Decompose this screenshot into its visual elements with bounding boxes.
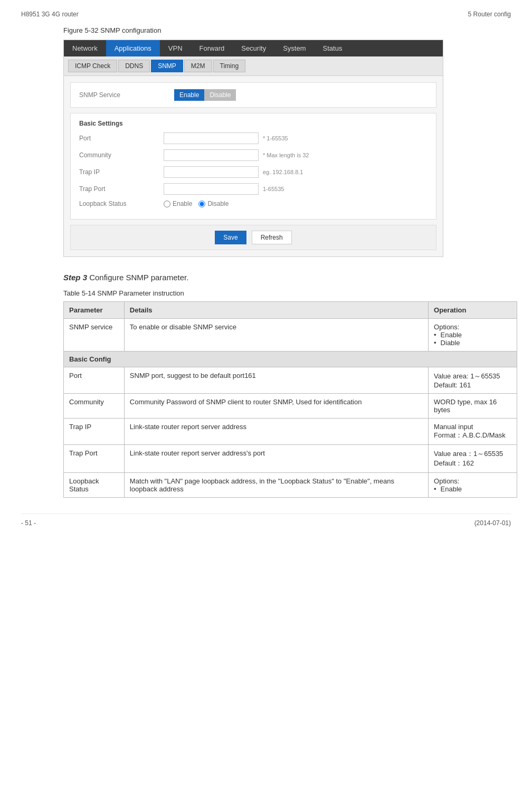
loopback-option-enable: Enable (434, 485, 511, 493)
details-trap-ip: Link-state router report server address (124, 419, 428, 445)
operation-port: Value area: 1～65535Default: 161 (429, 367, 517, 394)
operation-snmp-service: Options: Enable Diable (429, 319, 517, 352)
port-input[interactable] (164, 132, 259, 144)
header-right: 5 Router config (468, 11, 511, 18)
table-row: Trap Port Link-state router report serve… (64, 445, 517, 473)
parameter-table: Parameter Details Operation SNMP service… (63, 301, 517, 498)
page-footer: - 51 - (2014-07-01) (21, 514, 511, 527)
action-bar: Save Refresh (70, 225, 436, 250)
nav-item-applications[interactable]: Applications (106, 40, 160, 56)
trap-ip-input[interactable] (164, 166, 259, 178)
community-hint: * Max length is 32 (263, 152, 309, 158)
table-row: Loopback Status Match with "LAN" page lo… (64, 473, 517, 498)
trap-ip-row: Trap IP eg. 192.168.8.1 (79, 166, 428, 178)
details-port: SNMP port, suggest to be default port161 (124, 367, 428, 394)
disable-button[interactable]: Disable (204, 89, 236, 101)
nav-item-security[interactable]: Security (233, 40, 274, 56)
nav-item-forward[interactable]: Forward (191, 40, 233, 56)
trap-port-input[interactable] (164, 183, 259, 195)
option-enable: Enable (434, 331, 511, 339)
param-snmp-service: SNMP service (64, 319, 125, 352)
community-input[interactable] (164, 149, 259, 161)
col-header-operation: Operation (429, 302, 517, 319)
nav-item-system[interactable]: System (274, 40, 314, 56)
table-title: Table 5-14 SNMP Parameter instruction (63, 289, 511, 297)
param-port: Port (64, 367, 125, 394)
community-label: Community (79, 151, 164, 159)
details-community: Community Password of SNMP client to rou… (124, 394, 428, 419)
subnav-m2m[interactable]: M2M (184, 60, 212, 72)
enable-button[interactable]: Enable (174, 89, 204, 101)
nav-item-vpn[interactable]: VPN (160, 40, 191, 56)
subnav-ddns[interactable]: DDNS (118, 60, 150, 72)
port-row: Port * 1-65535 (79, 132, 428, 144)
loopback-label: Loopback Status (79, 200, 164, 207)
operation-trap-ip: Manual inputFormat：A.B.C.D/Mask (429, 419, 517, 445)
table-section-basic-config: Basic Config (64, 352, 517, 367)
trap-ip-label: Trap IP (79, 168, 164, 176)
router-ui: Network Applications VPN Forward Securit… (63, 40, 443, 257)
nav-bar: Network Applications VPN Forward Securit… (64, 40, 443, 56)
basic-settings-section: Basic Settings Port * 1-65535 Community … (70, 113, 436, 220)
nav-item-status[interactable]: Status (315, 40, 351, 56)
step-label: Step 3 (63, 273, 87, 282)
step-title: Step 3 Configure SNMP parameter. (63, 273, 511, 282)
ui-content: SNMP Service Enable Disable Basic Settin… (64, 76, 443, 257)
trap-port-row: Trap Port 1-65535 (79, 183, 428, 195)
col-header-details: Details (124, 302, 428, 319)
loopback-enable-radio[interactable] (164, 201, 170, 207)
subnav-snmp[interactable]: SNMP (151, 60, 183, 72)
table-row: Port SNMP port, suggest to be default po… (64, 367, 517, 394)
port-label: Port (79, 135, 164, 142)
page-header: H8951 3G 4G router 5 Router config (21, 11, 511, 18)
loopback-disable-radio[interactable] (198, 201, 205, 207)
loopback-enable-option[interactable]: Enable (164, 200, 192, 207)
option-diable: Diable (434, 339, 511, 347)
param-loopback: Loopback Status (64, 473, 125, 498)
community-row: Community * Max length is 32 (79, 149, 428, 161)
loopback-disable-label: Disable (207, 200, 229, 207)
section-basic-config-label: Basic Config (64, 352, 517, 367)
operation-community: WORD type, max 16 bytes (429, 394, 517, 419)
service-row: SNMP Service Enable Disable (70, 82, 436, 108)
col-header-parameter: Parameter (64, 302, 125, 319)
subnav-timing[interactable]: Timing (213, 60, 246, 72)
operation-trap-port: Value area：1～65535Default：162 (429, 445, 517, 473)
param-community: Community (64, 394, 125, 419)
param-trap-ip: Trap IP (64, 419, 125, 445)
loopback-row: Loopback Status Enable Disable (79, 200, 428, 207)
operation-loopback: Options: Enable (429, 473, 517, 498)
header-left: H8951 3G 4G router (21, 11, 79, 18)
param-trap-port: Trap Port (64, 445, 125, 473)
trap-port-label: Trap Port (79, 185, 164, 193)
details-trap-port: Link-state router report server address'… (124, 445, 428, 473)
loopback-radio-group: Enable Disable (164, 200, 229, 207)
save-button[interactable]: Save (215, 231, 246, 244)
table-row: SNMP service To enable or disable SNMP s… (64, 319, 517, 352)
step-text: Configure SNMP parameter. (89, 273, 188, 282)
table-row: Trap IP Link-state router report server … (64, 419, 517, 445)
loopback-enable-label: Enable (173, 200, 192, 207)
footer-right: (2014-07-01) (474, 519, 511, 527)
figure-title: Figure 5-32 SNMP configuration (63, 26, 511, 34)
details-loopback: Match with "LAN" page loopback address, … (124, 473, 428, 498)
subnav-icmp-check[interactable]: ICMP Check (68, 60, 117, 72)
basic-settings-title: Basic Settings (79, 120, 428, 127)
sub-nav: ICMP Check DDNS SNMP M2M Timing (64, 56, 443, 76)
loopback-disable-option[interactable]: Disable (198, 200, 229, 207)
nav-item-network[interactable]: Network (64, 40, 106, 56)
footer-left: - 51 - (21, 519, 36, 527)
table-row: Community Community Password of SNMP cli… (64, 394, 517, 419)
trap-ip-hint: eg. 192.168.8.1 (263, 169, 303, 175)
trap-port-hint: 1-65535 (263, 186, 284, 192)
refresh-button[interactable]: Refresh (252, 231, 292, 244)
details-snmp-service: To enable or disable SNMP service (124, 319, 428, 352)
snmp-service-label: SNMP Service (79, 91, 174, 99)
port-hint: * 1-65535 (263, 135, 288, 141)
